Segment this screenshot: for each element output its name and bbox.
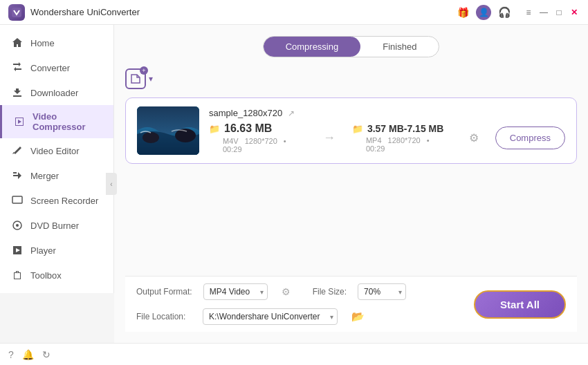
close-button[interactable]: ✕ bbox=[569, 7, 580, 18]
file-location-select[interactable]: K:\Wondershare UniConverter bbox=[203, 308, 338, 325]
file-thumbnail bbox=[137, 106, 199, 155]
sidebar-item-downloader-label: Downloader bbox=[30, 88, 78, 98]
output-meta: MP4 1280*720 • 00:29 bbox=[366, 136, 450, 153]
sidebar-item-dvd-burner-label: DVD Burner bbox=[30, 221, 79, 231]
video-editor-icon bbox=[11, 144, 24, 157]
video-compressor-icon bbox=[13, 115, 26, 128]
merger-icon bbox=[11, 169, 24, 182]
notification-icon[interactable]: 🔔 bbox=[22, 349, 34, 360]
sidebar-wrapper: Home Converter Downloader Video Compress… bbox=[0, 25, 114, 343]
sidebar-item-home-label: Home bbox=[30, 38, 55, 48]
toolbox-icon bbox=[11, 269, 24, 281]
sidebar-item-converter[interactable]: Converter bbox=[0, 55, 113, 80]
file-size-label: File Size: bbox=[313, 287, 347, 297]
svg-rect-0 bbox=[12, 8, 21, 17]
output-format-row: Output Format: MP4 Video ▾ ⚙ File Size: … bbox=[136, 283, 457, 300]
home-icon bbox=[11, 37, 24, 49]
add-file-chevron: ▾ bbox=[149, 74, 153, 84]
sidebar-item-converter-label: Converter bbox=[30, 63, 70, 73]
svg-point-5 bbox=[143, 132, 159, 143]
app-bottom-bar: ? 🔔 ↻ bbox=[0, 343, 588, 365]
sidebar-item-toolbox[interactable]: Toolbox bbox=[0, 263, 113, 288]
sidebar-item-video-editor[interactable]: Video Editor bbox=[0, 138, 113, 163]
minimize-button[interactable]: — bbox=[538, 7, 549, 18]
dvd-burner-icon bbox=[11, 219, 24, 232]
output-format: MP4 bbox=[366, 136, 382, 144]
sidebar-item-merger[interactable]: Merger bbox=[0, 163, 113, 188]
sidebar-item-merger-label: Merger bbox=[30, 171, 59, 181]
sidebar-item-player-label: Player bbox=[30, 245, 56, 256]
settings-icon[interactable]: ⚙ bbox=[469, 131, 479, 144]
screen-recorder-icon bbox=[11, 194, 24, 207]
sidebar-item-video-compressor[interactable]: Video Compressor bbox=[0, 105, 113, 138]
sidebar-item-downloader[interactable]: Downloader bbox=[0, 80, 113, 105]
file-size-select[interactable]: 70% bbox=[358, 283, 406, 300]
source-format: M4V bbox=[223, 137, 239, 145]
output-folder-icon: 📁 bbox=[352, 124, 363, 134]
tab-finished[interactable]: Finished bbox=[360, 37, 439, 57]
file-location-row: File Location: K:\Wondershare UniConvert… bbox=[136, 308, 457, 325]
file-name: sample_1280x720 bbox=[209, 108, 282, 118]
output-size-row: 📁 3.57 MB-7.15 MB bbox=[352, 123, 450, 134]
sidebar-item-screen-recorder-label: Screen Recorder bbox=[30, 196, 98, 206]
maximize-button[interactable]: □ bbox=[553, 7, 564, 18]
source-folder-icon: 📁 bbox=[209, 124, 220, 134]
app-logo bbox=[8, 4, 25, 21]
output-format-select-wrapper: MP4 Video ▾ bbox=[203, 283, 268, 300]
gift-icon[interactable]: 🎁 bbox=[455, 5, 470, 20]
tabs-container: Compressing Finished bbox=[263, 36, 440, 57]
output-format-select[interactable]: MP4 Video bbox=[203, 283, 268, 300]
headset-icon[interactable]: 🎧 bbox=[497, 5, 512, 20]
sidebar-item-player[interactable]: Player bbox=[0, 238, 113, 263]
refresh-icon[interactable]: ↻ bbox=[42, 349, 50, 360]
file-location-select-wrapper: K:\Wondershare UniConverter ▾ bbox=[203, 308, 338, 325]
output-size: 3.57 MB-7.15 MB bbox=[367, 123, 443, 134]
help-icon[interactable]: ? bbox=[8, 349, 14, 360]
file-name-row: sample_1280x720 ↗ bbox=[209, 108, 565, 118]
output-format-label: Output Format: bbox=[136, 287, 192, 297]
sidebar-collapse-button[interactable]: ‹ bbox=[106, 173, 117, 195]
window-controls: ≡ — □ ✕ bbox=[523, 7, 580, 18]
external-link-icon[interactable]: ↗ bbox=[288, 109, 295, 118]
sidebar: Home Converter Downloader Video Compress… bbox=[0, 25, 114, 293]
source-size: 16.63 MB bbox=[224, 122, 272, 135]
sidebar-item-toolbox-label: Toolbox bbox=[30, 270, 62, 281]
arrow-right-icon: → bbox=[320, 131, 338, 145]
file-location-label: File Location: bbox=[136, 312, 192, 321]
sidebar-item-home[interactable]: Home bbox=[0, 30, 113, 55]
thumbnail-image bbox=[137, 106, 199, 155]
file-details-row: 📁 16.63 MB M4V 1280*720 • 00:29 → bbox=[209, 122, 565, 153]
output-info: 📁 3.57 MB-7.15 MB MP4 1280*720 • 00:29 bbox=[352, 123, 450, 153]
tab-compressing[interactable]: Compressing bbox=[264, 37, 361, 57]
start-all-wrapper: Start All bbox=[457, 290, 566, 319]
downloader-icon bbox=[11, 86, 24, 99]
bottom-left-controls: Output Format: MP4 Video ▾ ⚙ File Size: … bbox=[136, 283, 457, 325]
menu-button[interactable]: ≡ bbox=[523, 7, 534, 18]
source-meta: M4V 1280*720 • 00:29 bbox=[223, 137, 306, 153]
start-all-button[interactable]: Start All bbox=[474, 290, 566, 319]
add-file-icon: + bbox=[125, 68, 146, 89]
bottom-bar: Output Format: MP4 Video ▾ ⚙ File Size: … bbox=[125, 276, 577, 332]
tabs-bar: Compressing Finished bbox=[125, 36, 577, 57]
source-size-row: 📁 16.63 MB bbox=[209, 122, 306, 135]
content-spacer bbox=[125, 172, 577, 276]
sidebar-item-video-editor-label: Video Editor bbox=[30, 146, 80, 156]
app-body: Home Converter Downloader Video Compress… bbox=[0, 25, 588, 343]
compress-button[interactable]: Compress bbox=[495, 127, 565, 149]
sidebar-item-screen-recorder[interactable]: Screen Recorder bbox=[0, 188, 113, 213]
converter-icon bbox=[11, 62, 24, 74]
source-info: 📁 16.63 MB M4V 1280*720 • 00:29 bbox=[209, 122, 306, 153]
titlebar-actions: 🎁 👤 🎧 ≡ — □ ✕ bbox=[455, 5, 580, 20]
user-icon[interactable]: 👤 bbox=[476, 5, 491, 20]
quality-settings-icon[interactable]: ⚙ bbox=[282, 286, 291, 297]
source-resolution: 1280*720 bbox=[245, 137, 277, 145]
player-icon bbox=[11, 244, 24, 256]
sidebar-item-video-compressor-label: Video Compressor bbox=[33, 111, 102, 132]
browse-folder-icon[interactable]: 📂 bbox=[351, 310, 365, 323]
svg-rect-1 bbox=[12, 196, 22, 203]
file-card: sample_1280x720 ↗ 📁 16.63 MB M4V 1280*72… bbox=[125, 97, 577, 164]
add-file-button[interactable]: + ▾ bbox=[125, 68, 153, 89]
sidebar-item-dvd-burner[interactable]: DVD Burner bbox=[0, 213, 113, 238]
svg-point-3 bbox=[16, 224, 19, 227]
output-resolution: 1280*720 bbox=[388, 136, 421, 144]
